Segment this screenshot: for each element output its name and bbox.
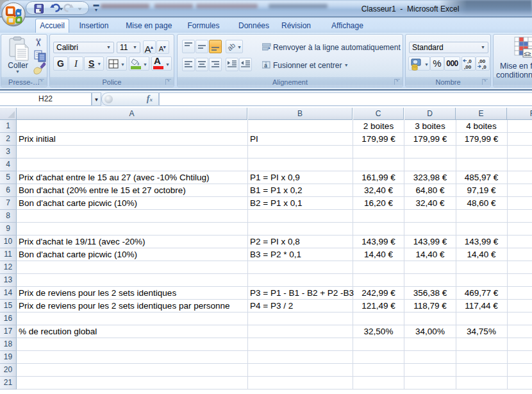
svg-text:,0: ,0 [482, 64, 486, 70]
svg-text:,00: ,00 [478, 58, 486, 64]
svg-text:,0: ,0 [467, 58, 472, 64]
svg-text:,00: ,00 [464, 64, 472, 70]
svg-text:ab: ab [226, 41, 237, 52]
svg-text:≤≥: ≤≥ [524, 50, 531, 57]
svg-text:a: a [264, 62, 267, 69]
